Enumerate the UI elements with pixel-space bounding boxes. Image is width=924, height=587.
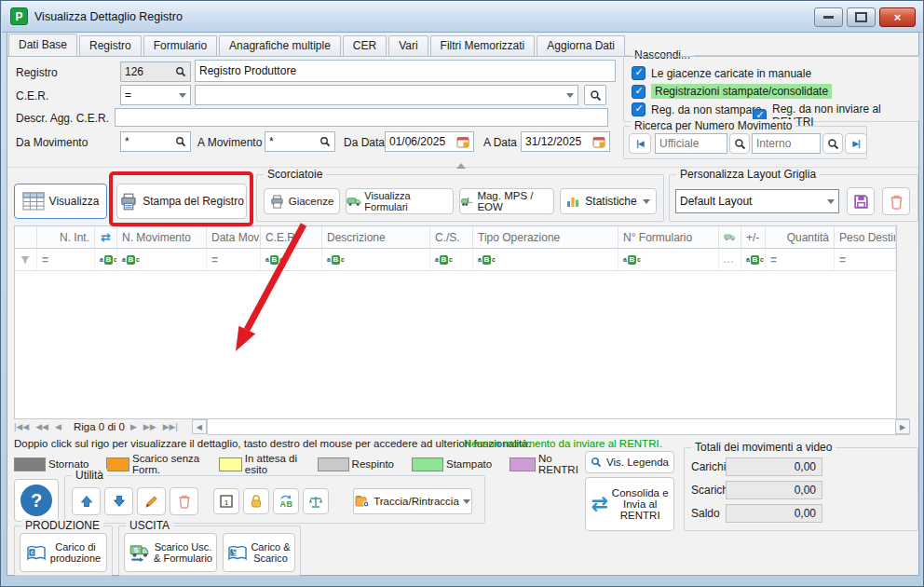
close-button[interactable]: × xyxy=(879,7,916,27)
hscroll-left-button[interactable]: ◀ xyxy=(192,419,207,434)
pager-nav-left[interactable]: |◀◀◀◀◀ xyxy=(14,422,68,431)
pager-next-icon[interactable]: ▶▶ xyxy=(143,422,156,431)
descr-agg-field[interactable] xyxy=(115,108,608,127)
column-header-c-e-r-[interactable]: C.E.R. xyxy=(261,226,322,249)
column-header-quantit-[interactable]: Quantità xyxy=(766,226,835,249)
move-down-button[interactable] xyxy=(104,487,133,515)
cer-operator-select[interactable]: = xyxy=(120,85,191,105)
edit-button[interactable] xyxy=(137,487,166,515)
filter-cell[interactable]: aBc xyxy=(741,249,766,271)
column-header-c-s-[interactable]: C./S. xyxy=(430,226,473,249)
column-header-n-formulario[interactable]: N° Formulario xyxy=(618,226,719,249)
column-header-+-[interactable]: +/- xyxy=(741,226,766,249)
pager-prev-icon[interactable]: ◀◀ xyxy=(35,422,48,431)
layout-select[interactable]: Default Layout xyxy=(675,189,839,213)
visualizza-button[interactable]: Visualizza xyxy=(14,184,107,219)
filter-cell[interactable]: = xyxy=(37,249,95,271)
title-bar[interactable]: P Visualizza Dettaglio Registro × xyxy=(2,1,923,33)
mag-mps-eow-button[interactable]: Mag. MPS / EOW xyxy=(459,188,554,214)
delete-button[interactable] xyxy=(170,487,198,515)
ufficiale-search-button[interactable] xyxy=(729,133,750,154)
interno-input[interactable] xyxy=(752,133,821,154)
cer-combo[interactable] xyxy=(195,85,578,105)
lock-button[interactable] xyxy=(243,488,269,514)
filter-cell[interactable]: ... xyxy=(719,249,741,271)
ufficiale-input[interactable] xyxy=(655,133,727,154)
traccia-rintraccia-button[interactable]: Traccia/Rintraccia xyxy=(353,488,472,514)
column-header-descrizione[interactable]: Descrizione xyxy=(322,226,430,249)
visualizza-formulari-button[interactable]: Visualizza Formulari xyxy=(346,188,454,214)
delete-layout-button[interactable] xyxy=(882,187,910,215)
filter-cell[interactable]: = xyxy=(766,249,835,271)
filter-cell[interactable]: aBc xyxy=(261,249,322,271)
truck-icon[interactable] xyxy=(719,226,741,249)
search-icon[interactable] xyxy=(175,136,186,147)
filter-funnel[interactable] xyxy=(15,249,37,271)
filter-cell[interactable]: aBc xyxy=(618,249,719,271)
tab-cer[interactable]: CER xyxy=(343,35,387,56)
filter-cell[interactable]: aBc xyxy=(95,249,117,271)
first-movement-button[interactable]: |◀ xyxy=(629,133,651,154)
a-data-field[interactable]: 31/12/2025 xyxy=(521,131,610,152)
da-data-field[interactable]: 01/06/2025 xyxy=(385,131,474,152)
registrazioni-stampate-checkbox[interactable] xyxy=(632,85,645,99)
column-header-tipo-operazione[interactable]: Tipo Operazione xyxy=(473,226,618,249)
scarico-usc-formulario-button[interactable]: S Scarico Usc. & Formulario xyxy=(124,533,217,572)
single-date-button[interactable]: 1 xyxy=(213,488,239,514)
column-header-n-movimento[interactable]: N. Movimento xyxy=(117,226,207,249)
column-header-data-mov-[interactable]: Data Mov. xyxy=(207,226,261,249)
vis-legenda-button[interactable]: Vis. Legenda xyxy=(585,451,674,473)
save-layout-button[interactable] xyxy=(847,187,875,215)
registro-lookup[interactable]: 126 xyxy=(120,61,191,82)
carico-produzione-button[interactable]: c Carico di produzione xyxy=(20,533,107,572)
move-up-button[interactable] xyxy=(72,487,101,515)
tab-dati-base[interactable]: Dati Base xyxy=(8,34,77,56)
tab-vari[interactable]: Vari xyxy=(388,35,428,56)
minimize-button[interactable] xyxy=(814,7,843,27)
filter-cell[interactable]: aBc xyxy=(117,249,207,271)
pager-nav-right[interactable]: ▶▶▶▶▶| xyxy=(130,422,184,431)
tab-formulario[interactable]: Formulario xyxy=(143,35,217,56)
search-icon[interactable] xyxy=(175,66,186,77)
tab-aggiorna-dati[interactable]: Aggiorna Dati xyxy=(537,35,625,56)
pager-next-icon[interactable]: ▶ xyxy=(130,422,137,431)
search-icon[interactable] xyxy=(319,136,331,147)
reg-non-stampare-checkbox[interactable] xyxy=(632,102,645,116)
rename-button[interactable]: AB xyxy=(273,488,299,514)
giacenze-manuale-checkbox[interactable] xyxy=(632,66,645,80)
cer-search-button[interactable] xyxy=(584,85,606,105)
pager-next-icon[interactable]: ▶▶| xyxy=(163,422,178,431)
grid-body[interactable] xyxy=(15,271,896,418)
giacenze-button[interactable]: Giacenze xyxy=(264,188,340,214)
calendar-icon[interactable] xyxy=(456,135,469,148)
calendar-icon[interactable] xyxy=(592,135,605,148)
da-movimento-lookup[interactable]: * xyxy=(120,131,191,152)
swap-icon[interactable]: ⇄ xyxy=(95,226,117,249)
filter-cell[interactable]: = xyxy=(835,249,896,271)
tab-filtri-memorizzati[interactable]: Filtri Memorizzati xyxy=(430,35,536,56)
filter-cell[interactable]: aBc xyxy=(322,249,430,271)
column-header-row-indicator[interactable] xyxy=(15,226,37,249)
help-button[interactable]: ? xyxy=(14,479,59,522)
collapse-splitter-icon[interactable] xyxy=(456,163,466,169)
hscrollbar[interactable] xyxy=(207,418,910,435)
stampa-registro-button[interactable]: Stampa del Registro xyxy=(116,184,247,219)
a-movimento-lookup[interactable]: * xyxy=(265,131,335,152)
weigh-button[interactable] xyxy=(303,488,329,514)
last-movement-button[interactable]: ▶| xyxy=(845,133,867,154)
pager-prev-icon[interactable]: |◀◀ xyxy=(14,422,29,431)
pager-prev-icon[interactable]: ◀ xyxy=(55,422,61,431)
registro-description-field[interactable]: Registro Produttore xyxy=(195,60,616,82)
carico-scarico-button[interactable]: CS Carico & Scarico xyxy=(223,533,295,572)
tab-anagrafiche-multiple[interactable]: Anagrafiche multiple xyxy=(219,35,341,56)
column-header-n-int-[interactable]: N. Int. xyxy=(37,226,95,249)
consolida-invia-rentri-button[interactable]: ⇄ Consolida e Invia al RENTRI xyxy=(585,477,674,531)
filter-cell[interactable]: aBc xyxy=(473,249,618,271)
interno-search-button[interactable] xyxy=(822,133,843,154)
statistiche-button[interactable]: Statistiche xyxy=(560,188,657,214)
filter-cell[interactable]: aBc xyxy=(430,249,473,271)
column-header-peso-destin[interactable]: Peso Destin xyxy=(835,226,896,249)
tab-registro[interactable]: Registro xyxy=(79,35,142,56)
hscroll-right-button[interactable]: ▶ xyxy=(895,419,910,434)
filter-cell[interactable]: = xyxy=(207,249,261,271)
